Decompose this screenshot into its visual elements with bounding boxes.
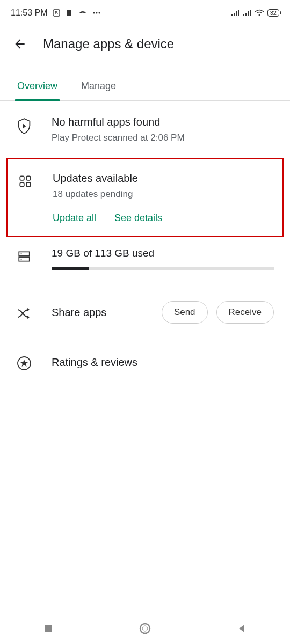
status-right: 32 — [231, 9, 279, 17]
content-area: No harmful apps found Play Protect scann… — [0, 101, 290, 386]
system-nav-bar — [0, 612, 290, 644]
svg-rect-21 — [19, 252, 30, 256]
nav-home[interactable] — [134, 618, 156, 639]
b-icon: B — [53, 9, 60, 17]
wifi-icon — [255, 9, 264, 17]
page-title: Manage apps & device — [43, 36, 174, 52]
app-header: Manage apps & device — [0, 26, 290, 62]
svg-rect-4 — [68, 12, 71, 12]
updates-subtitle: 18 updates pending — [53, 189, 273, 200]
receive-button[interactable]: Receive — [216, 301, 274, 324]
svg-point-23 — [21, 253, 22, 254]
updates-section[interactable]: Updates available 18 updates pending Upd… — [8, 159, 282, 236]
svg-text:B: B — [55, 10, 58, 16]
share-section: Share apps Send Receive — [0, 286, 290, 339]
svg-rect-9 — [234, 13, 235, 16]
storage-icon — [16, 250, 32, 264]
share-buttons: Send Receive — [162, 301, 274, 324]
status-bar: 11:53 PM B 32 — [0, 0, 290, 26]
svg-point-5 — [93, 12, 95, 14]
play-protect-section[interactable]: No harmful apps found Play Protect scann… — [0, 101, 290, 158]
svg-rect-17 — [20, 176, 24, 180]
svg-rect-15 — [250, 10, 251, 16]
updates-body: Updates available 18 updates pending Upd… — [53, 172, 273, 224]
svg-rect-8 — [231, 14, 233, 16]
storage-progress-fill — [52, 267, 89, 270]
send-button[interactable]: Send — [162, 301, 208, 324]
svg-rect-14 — [248, 11, 249, 16]
tab-overview[interactable]: Overview — [15, 73, 60, 100]
svg-rect-3 — [68, 11, 71, 11]
svg-rect-22 — [19, 257, 30, 261]
svg-rect-11 — [238, 10, 239, 16]
storage-progress — [52, 267, 274, 270]
svg-point-6 — [96, 12, 98, 14]
svg-rect-10 — [236, 11, 237, 16]
ratings-section[interactable]: Ratings & reviews — [0, 339, 290, 386]
share-title: Share apps — [52, 306, 142, 319]
battery-level: 32 — [270, 10, 277, 16]
svg-point-28 — [142, 626, 148, 631]
see-details-button[interactable]: See details — [114, 213, 162, 224]
storage-section[interactable]: 19 GB of 113 GB used — [0, 237, 290, 286]
svg-rect-12 — [243, 14, 244, 16]
svg-point-24 — [21, 259, 22, 260]
svg-rect-13 — [245, 13, 247, 16]
updates-highlight: Updates available 18 updates pending Upd… — [6, 158, 284, 237]
tab-manage[interactable]: Manage — [79, 73, 118, 100]
updates-title: Updates available — [53, 172, 273, 185]
shield-icon — [16, 118, 32, 134]
svg-point-27 — [140, 624, 150, 633]
storage-text: 19 GB of 113 GB used — [52, 247, 274, 259]
play-protect-body: No harmful apps found Play Protect scann… — [52, 116, 274, 143]
play-protect-title: No harmful apps found — [52, 116, 274, 128]
svg-point-16 — [258, 14, 260, 16]
svg-point-7 — [99, 12, 100, 14]
svg-rect-18 — [26, 176, 31, 180]
battery-icon: 32 — [267, 9, 279, 17]
star-circle-icon — [16, 356, 32, 371]
doc-icon — [66, 9, 73, 17]
svg-rect-26 — [45, 625, 52, 632]
nav-recents[interactable] — [38, 618, 59, 639]
signal-icon-1 — [231, 9, 240, 17]
svg-rect-19 — [20, 182, 24, 187]
more-icon — [92, 9, 101, 17]
storage-body: 19 GB of 113 GB used — [52, 247, 274, 270]
svg-rect-2 — [67, 10, 71, 16]
status-left: 11:53 PM B — [11, 8, 101, 18]
tabs-row: Overview Manage — [0, 73, 290, 101]
apps-grid-icon — [17, 174, 33, 188]
svg-rect-20 — [26, 182, 31, 187]
play-protect-subtitle: Play Protect scanned at 2:06 PM — [52, 133, 274, 143]
updates-actions: Update all See details — [53, 213, 273, 224]
back-button[interactable] — [13, 37, 27, 51]
signal-icon-2 — [243, 9, 251, 17]
update-all-button[interactable]: Update all — [53, 213, 96, 224]
ratings-title: Ratings & reviews — [52, 356, 137, 369]
status-time: 11:53 PM — [11, 8, 47, 18]
nav-back[interactable] — [231, 618, 252, 639]
phone-down-icon — [78, 9, 87, 17]
shuffle-icon — [16, 308, 32, 319]
